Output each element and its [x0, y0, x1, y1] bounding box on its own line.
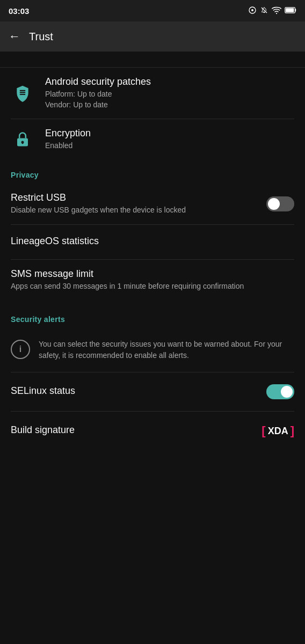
- restrict-usb-item[interactable]: Restrict USB Disable new USB gadgets whe…: [0, 184, 305, 224]
- status-bar: 03:03: [0, 0, 305, 21]
- xda-logo: [ XDA ]: [262, 424, 294, 438]
- xda-bracket-left: [: [262, 424, 265, 438]
- sms-limit-text: SMS message limit Apps can send 30 messa…: [11, 268, 294, 292]
- android-patches-item[interactable]: Android security patches Platform: Up to…: [0, 68, 305, 119]
- page-title: Trust: [29, 31, 53, 43]
- build-signature-item[interactable]: Build signature [ XDA ]: [0, 412, 305, 450]
- shield-icon: [11, 82, 34, 105]
- security-alerts-header: Security alerts: [0, 304, 305, 328]
- svg-point-1: [251, 9, 253, 11]
- selinux-title: SELinux status: [11, 385, 266, 397]
- status-icons: [248, 6, 296, 16]
- info-icon: i: [11, 340, 30, 359]
- xda-bracket-right: ]: [291, 424, 294, 438]
- lineage-stats-item[interactable]: LineageOS statistics: [0, 225, 305, 259]
- top-bar: ← Trust: [0, 21, 305, 52]
- battery-icon: [285, 6, 296, 16]
- svg-rect-8: [20, 90, 26, 91]
- svg-point-2: [276, 12, 277, 13]
- scroll-indicator: [0, 52, 305, 68]
- selinux-text: SELinux status: [11, 385, 266, 398]
- sms-limit-title: SMS message limit: [11, 268, 294, 280]
- sms-limit-item[interactable]: SMS message limit Apps can send 30 messa…: [0, 260, 305, 301]
- wifi-icon: [272, 6, 281, 16]
- xda-text: XDA: [268, 426, 288, 437]
- selinux-toggle-knob: [281, 386, 293, 398]
- svg-rect-5: [286, 8, 294, 12]
- encryption-subtitle: Enabled: [45, 141, 294, 151]
- toggle-knob: [268, 198, 280, 210]
- alerts-info-text: You can select the security issues you w…: [39, 339, 294, 361]
- svg-rect-4: [295, 9, 296, 11]
- lock-icon: [11, 128, 34, 151]
- restrict-usb-subtitle: Disable new USB gadgets when the device …: [11, 205, 266, 216]
- svg-rect-11: [22, 142, 24, 144]
- restrict-usb-toggle[interactable]: [266, 196, 294, 211]
- content-area: Android security patches Platform: Up to…: [0, 68, 305, 450]
- lineage-stats-title: LineageOS statistics: [11, 236, 294, 247]
- svg-rect-7: [20, 93, 26, 94]
- build-signature-text: Build signature: [11, 425, 262, 437]
- encryption-title: Encryption: [45, 128, 294, 139]
- info-symbol: i: [19, 345, 21, 354]
- android-patches-text: Android security patches Platform: Up to…: [45, 76, 294, 110]
- spacer-1: [0, 300, 305, 304]
- status-time: 03:03: [9, 6, 29, 16]
- lineage-stats-text: LineageOS statistics: [11, 236, 294, 248]
- back-button[interactable]: ←: [9, 30, 20, 43]
- camera-icon: [248, 6, 257, 16]
- build-signature-title: Build signature: [11, 425, 262, 436]
- sms-limit-subtitle: Apps can send 30 messages in 1 minute be…: [11, 281, 294, 292]
- alerts-info-item: i You can select the security issues you…: [0, 328, 305, 372]
- selinux-item[interactable]: SELinux status: [0, 372, 305, 411]
- android-patches-subtitle2: Vendor: Up to date: [45, 100, 294, 111]
- restrict-usb-text: Restrict USB Disable new USB gadgets whe…: [11, 192, 266, 216]
- encryption-text: Encryption Enabled: [45, 128, 294, 151]
- restrict-usb-title: Restrict USB: [11, 192, 266, 203]
- privacy-section-header: Privacy: [0, 160, 305, 184]
- encryption-item[interactable]: Encryption Enabled: [0, 119, 305, 160]
- bell-mute-icon: [260, 6, 268, 16]
- selinux-toggle[interactable]: [266, 384, 294, 399]
- android-patches-subtitle1: Platform: Up to date: [45, 89, 294, 100]
- android-patches-title: Android security patches: [45, 76, 294, 87]
- svg-rect-6: [20, 92, 26, 93]
